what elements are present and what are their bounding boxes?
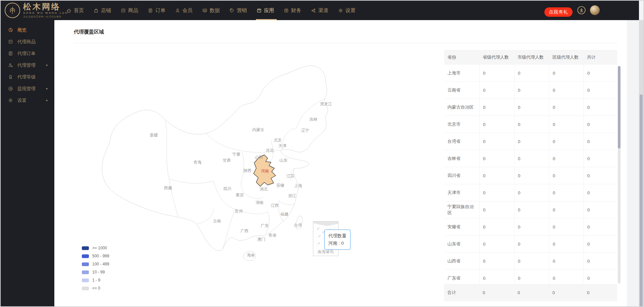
nav-item-9[interactable]: 财务 bbox=[284, 1, 305, 20]
province-label-吉林[interactable]: 吉林 bbox=[309, 117, 318, 122]
province-label-青海[interactable]: 青海 bbox=[194, 160, 202, 165]
table-cell: 0 bbox=[584, 236, 617, 253]
table-cell: 山西省 bbox=[444, 253, 479, 270]
nav-item-2[interactable]: 店铺 bbox=[94, 1, 114, 20]
nav-item-8[interactable]: 应用 bbox=[257, 1, 277, 20]
province-label-内蒙古[interactable]: 内蒙古 bbox=[252, 127, 264, 132]
legend-swatch bbox=[82, 287, 89, 290]
avatar[interactable] bbox=[590, 5, 600, 15]
table-cell: 0 bbox=[514, 201, 549, 219]
download-icon[interactable] bbox=[577, 6, 586, 14]
sidebar-item-1[interactable]: 概览 bbox=[1, 24, 54, 36]
taiwan-island[interactable] bbox=[294, 215, 304, 230]
province-label-上海[interactable]: 上海 bbox=[294, 183, 302, 188]
table-cell: 0 bbox=[584, 133, 617, 150]
gift-button[interactable]: 点我有礼 bbox=[544, 7, 573, 17]
nav-item-5[interactable]: 会员 bbox=[175, 1, 196, 20]
sidebar-item-3[interactable]: 代理订单 bbox=[1, 48, 54, 59]
province-label-澳门[interactable]: 澳门 bbox=[257, 237, 265, 242]
province-label-河南[interactable]: 河南 bbox=[261, 169, 269, 173]
brand: 松木网络 SONG MU WANG LUO 为企业提供互联网一站式综合服务 bbox=[5, 2, 68, 18]
table-cell: 0 bbox=[584, 82, 617, 99]
province-label-江西[interactable]: 江西 bbox=[271, 203, 279, 208]
sidebar-item-2[interactable]: 代理商品 bbox=[1, 36, 54, 48]
home-icon bbox=[66, 8, 71, 13]
province-label-北京[interactable]: 北京 bbox=[274, 138, 282, 142]
province-label-山东[interactable]: 山东 bbox=[279, 158, 287, 163]
province-label-重庆[interactable]: 重庆 bbox=[236, 193, 244, 197]
province-label-宁夏[interactable]: 宁夏 bbox=[232, 152, 240, 157]
nav-item-1[interactable]: 首页 bbox=[66, 1, 87, 20]
legend-swatch bbox=[82, 246, 89, 250]
table-cell: 0 bbox=[584, 167, 617, 184]
table-cell: 0 bbox=[514, 184, 549, 201]
province-label-湖南[interactable]: 湖南 bbox=[256, 200, 264, 205]
sidebar-item-6[interactable]: 提现管理▾ bbox=[1, 83, 54, 95]
table-scrollbar[interactable] bbox=[618, 66, 621, 284]
sidebar-item-label: 提现管理 bbox=[17, 86, 36, 92]
title-divider bbox=[74, 43, 617, 43]
province-label-黑龙江[interactable]: 黑龙江 bbox=[320, 102, 332, 106]
province-label-浙江[interactable]: 浙江 bbox=[288, 193, 296, 198]
table-cell: 0 bbox=[479, 184, 514, 201]
province-label-山西[interactable]: 山西 bbox=[255, 155, 263, 160]
table-cell: 0 bbox=[514, 133, 549, 150]
province-label-江苏[interactable]: 江苏 bbox=[286, 174, 294, 178]
sidebar-item-7[interactable]: 设置▾ bbox=[1, 95, 54, 106]
table-scrollbar-thumb[interactable] bbox=[618, 66, 621, 148]
page-scrollbar[interactable] bbox=[639, 20, 643, 307]
province-label-海南[interactable]: 海南 bbox=[247, 253, 255, 257]
province-label-云南[interactable]: 云南 bbox=[213, 219, 221, 223]
province-label-辽宁[interactable]: 辽宁 bbox=[301, 128, 309, 133]
nav-item-7[interactable]: 营销 bbox=[229, 1, 250, 20]
nav-item-11[interactable]: 设置 bbox=[338, 1, 359, 20]
province-label-香港[interactable]: 香港 bbox=[268, 233, 276, 238]
province-label-西藏[interactable]: 西藏 bbox=[164, 186, 172, 190]
sidebar-item-5[interactable]: 代理等级 bbox=[1, 71, 54, 83]
table-cell: 0 bbox=[549, 65, 584, 82]
table-cell: 0 bbox=[479, 99, 514, 116]
table-row: 北京市0000 bbox=[444, 116, 617, 133]
nav-item-10[interactable]: 渠道 bbox=[311, 1, 332, 20]
province-label-湖北[interactable]: 湖北 bbox=[260, 187, 268, 191]
province-label-新疆[interactable]: 新疆 bbox=[150, 133, 158, 137]
province-label-贵州[interactable]: 贵州 bbox=[235, 209, 243, 213]
nav-item-6[interactable]: 数据 bbox=[202, 1, 223, 20]
sidebar-item-4[interactable]: 代理管理▾ bbox=[1, 59, 54, 71]
province-label-福建[interactable]: 福建 bbox=[280, 212, 288, 217]
table-row: 广东省0000 bbox=[444, 270, 617, 284]
province-label-甘肃[interactable]: 甘肃 bbox=[223, 158, 231, 163]
nav-item-3[interactable]: 商品 bbox=[121, 1, 142, 20]
nav-item-label: 营销 bbox=[237, 7, 247, 14]
province-label-台湾[interactable]: 台湾 bbox=[294, 223, 302, 228]
sidebar-item-label: 设置 bbox=[17, 98, 26, 104]
table-cell: 0 bbox=[514, 219, 549, 236]
page-scrollbar-thumb[interactable] bbox=[640, 95, 643, 307]
member-icon bbox=[175, 8, 180, 13]
province-label-广东[interactable]: 广东 bbox=[261, 223, 269, 228]
province-label-天津[interactable]: 天津 bbox=[278, 143, 286, 148]
table-cell: 0 bbox=[584, 184, 617, 201]
sidebar-item-label: 代理订单 bbox=[17, 51, 36, 57]
nav-item-label: 商品 bbox=[128, 7, 138, 14]
marketing-icon bbox=[229, 8, 234, 13]
legend-label: 10 - 99 bbox=[92, 270, 105, 274]
sidebar-item-label: 代理等级 bbox=[17, 74, 36, 80]
province-label-广西[interactable]: 广西 bbox=[240, 229, 249, 233]
province-label-安徽[interactable]: 安徽 bbox=[276, 183, 284, 188]
data-icon bbox=[202, 8, 207, 13]
legend-label: 1 - 9 bbox=[92, 278, 100, 283]
column-header: 省级代理人数 bbox=[479, 54, 514, 60]
agent-goods-icon bbox=[8, 39, 13, 44]
province-label-河北[interactable]: 河北 bbox=[266, 148, 274, 153]
agent-manage-icon bbox=[8, 63, 13, 68]
settings-icon bbox=[338, 8, 343, 13]
table-cell: 0 bbox=[479, 116, 514, 133]
province-label-陕西[interactable]: 陕西 bbox=[244, 168, 252, 173]
table-cell: 云南省 bbox=[444, 82, 479, 99]
nav-item-4[interactable]: 订单 bbox=[148, 1, 169, 20]
table-cell: 0 bbox=[549, 253, 584, 270]
nav-item-label: 会员 bbox=[182, 7, 193, 14]
table-cell: 0 bbox=[549, 184, 584, 201]
province-label-四川[interactable]: 四川 bbox=[223, 186, 231, 191]
